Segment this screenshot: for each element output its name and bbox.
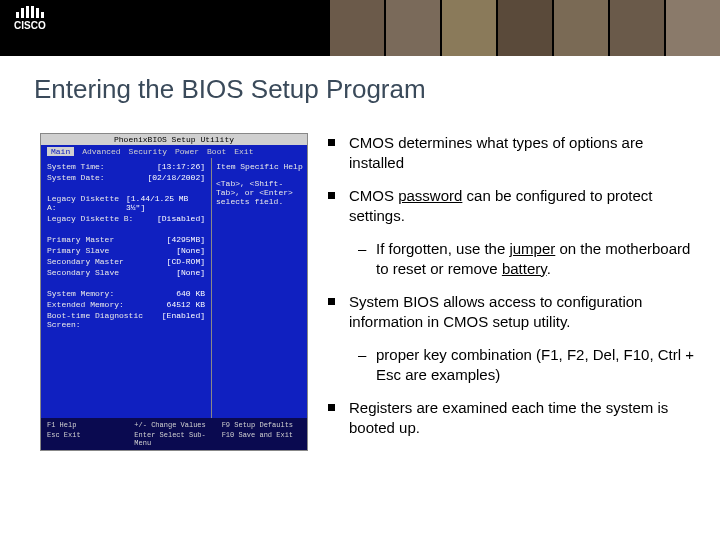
bullet-item: CMOS password can be configured to prote… xyxy=(328,186,700,225)
bios-field-label: System Memory: xyxy=(47,289,114,298)
bullet-item: System BIOS allows access to configurati… xyxy=(328,292,700,331)
bios-field-label: Legacy Diskette A: xyxy=(47,194,126,212)
bios-menu-boot: Boot xyxy=(207,147,226,156)
bios-foot-key: +/- Change Values xyxy=(134,421,213,429)
slide-header: CISCO xyxy=(0,0,720,56)
logo-bars-icon xyxy=(16,6,44,18)
bios-field-label: Extended Memory: xyxy=(47,300,124,309)
face-tile xyxy=(384,0,440,56)
bios-field-value: 640 KB xyxy=(176,289,205,298)
bullet-text: CMOS determines what types of options ar… xyxy=(349,133,700,172)
face-tile xyxy=(496,0,552,56)
bios-menu-power: Power xyxy=(175,147,199,156)
face-tile xyxy=(440,0,496,56)
bullet-square-icon xyxy=(328,404,335,411)
bios-menu-main: Main xyxy=(47,147,74,156)
bullet-text: System BIOS allows access to configurati… xyxy=(349,292,700,331)
bullet-text: CMOS password can be configured to prote… xyxy=(349,186,700,225)
bios-field-value: [4295MB] xyxy=(167,235,205,244)
bios-body: System Time:[13:17:26] System Date:[02/1… xyxy=(41,158,307,418)
logo-text: CISCO xyxy=(14,20,46,31)
bios-field-value: [Disabled] xyxy=(157,214,205,223)
sub-bullet-item: –If forgotten, use the jumper on the mot… xyxy=(358,239,700,278)
bios-field-label: Secondary Slave xyxy=(47,268,119,277)
bios-menu-advanced: Advanced xyxy=(82,147,120,156)
bios-field-value: [None] xyxy=(176,246,205,255)
bios-foot-key: F9 Setup Defaults xyxy=(222,421,301,429)
bios-fields: System Time:[13:17:26] System Date:[02/1… xyxy=(41,158,211,418)
bios-field-label: Boot-time Diagnostic Screen: xyxy=(47,311,162,329)
bios-util-title: PhoenixBIOS Setup Utility xyxy=(41,134,307,145)
bullet-text: Registers are examined each time the sys… xyxy=(349,398,700,437)
bios-help-header: Item Specific Help xyxy=(216,162,303,171)
bios-foot-key: Enter Select Sub-Menu xyxy=(134,431,213,447)
face-tile xyxy=(552,0,608,56)
bullet-item: Registers are examined each time the sys… xyxy=(328,398,700,437)
bullet-square-icon xyxy=(328,298,335,305)
bios-field-label: Primary Master xyxy=(47,235,114,244)
bullet-square-icon xyxy=(328,139,335,146)
bios-field-label: Secondary Master xyxy=(47,257,124,266)
bios-field-value: [CD-ROM] xyxy=(167,257,205,266)
cisco-logo: CISCO xyxy=(14,6,46,31)
bios-menu-security: Security xyxy=(129,147,167,156)
bios-field-value: [02/18/2002] xyxy=(147,173,205,182)
sub-bullet-item: –proper key combination (F1, F2, Del, F1… xyxy=(358,345,700,384)
bullet-square-icon xyxy=(328,192,335,199)
bios-menu-exit: Exit xyxy=(234,147,253,156)
face-tile xyxy=(328,0,384,56)
bios-help-body: <Tab>, <Shift-Tab>, or <Enter> selects f… xyxy=(216,179,303,206)
sub-bullet-text: If forgotten, use the jumper on the moth… xyxy=(376,239,700,278)
sub-bullet-text: proper key combination (F1, F2, Del, F10… xyxy=(376,345,700,384)
bios-field-value: [None] xyxy=(176,268,205,277)
bios-field-label: System Date: xyxy=(47,173,105,182)
face-tile xyxy=(664,0,720,56)
bios-field-label: Primary Slave xyxy=(47,246,109,255)
bios-field-label: Legacy Diskette B: xyxy=(47,214,133,223)
bios-field-value: [Enabled] xyxy=(162,311,205,329)
bios-field-value: [1.44/1.25 MB 3½"] xyxy=(126,194,205,212)
slide-title: Entering the BIOS Setup Program xyxy=(0,62,720,113)
bios-menu-bar: Main Advanced Security Power Boot Exit xyxy=(41,145,307,158)
dash-icon: – xyxy=(358,239,372,278)
bios-foot-key: F1 Help xyxy=(47,421,126,429)
bios-field-value: [13:17:26] xyxy=(157,162,205,171)
bios-field-label: System Time: xyxy=(47,162,105,171)
face-tile xyxy=(608,0,664,56)
bios-footer: F1 Help +/- Change Values F9 Setup Defau… xyxy=(41,418,307,450)
bios-foot-key: F10 Save and Exit xyxy=(222,431,301,447)
bios-foot-key: Esc Exit xyxy=(47,431,126,447)
header-photo-strip xyxy=(328,0,720,56)
bios-screenshot: PhoenixBIOS Setup Utility Main Advanced … xyxy=(40,133,308,451)
bios-field-value: 64512 KB xyxy=(167,300,205,309)
bios-help-pane: Item Specific Help <Tab>, <Shift-Tab>, o… xyxy=(211,158,307,418)
bullet-list: CMOS determines what types of options ar… xyxy=(328,133,700,451)
bullet-item: CMOS determines what types of options ar… xyxy=(328,133,700,172)
slide-content: PhoenixBIOS Setup Utility Main Advanced … xyxy=(0,113,720,451)
dash-icon: – xyxy=(358,345,372,384)
